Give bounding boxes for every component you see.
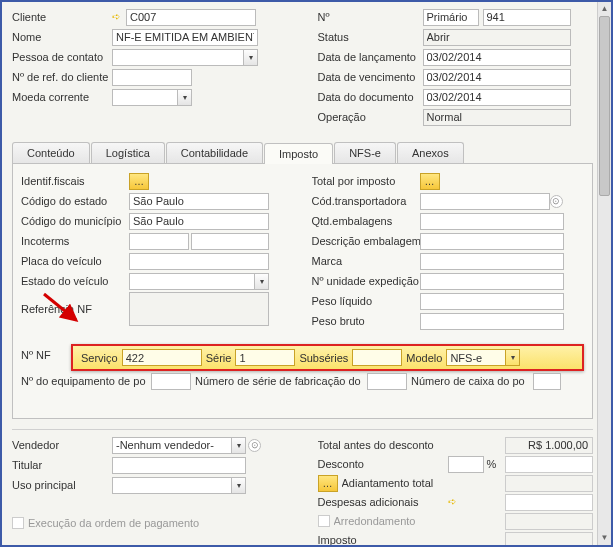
qtd-emb-input[interactable] [420, 213, 564, 230]
num-serie-label: Número de série de fabricação do [195, 373, 363, 390]
data-lanc-input[interactable] [423, 49, 571, 66]
peso-liq-input[interactable] [420, 293, 564, 310]
modelo-label: Modelo [406, 352, 442, 364]
imposto-panel: Identif.fiscais … Código do estado Códig… [12, 164, 593, 419]
marca-input[interactable] [420, 253, 564, 270]
idfiscais-label: Identif.fiscais [21, 175, 129, 187]
status-input [423, 29, 571, 46]
vendedor-input[interactable] [112, 437, 232, 454]
peso-bruto-label: Peso bruto [312, 315, 420, 327]
scroll-down-icon[interactable]: ▼ [598, 531, 611, 545]
nf-highlight-row: Serviço Série Subséries Modelo ▾ [71, 344, 584, 371]
cod-trans-input[interactable] [420, 193, 550, 210]
chevron-down-icon[interactable]: ▾ [255, 273, 269, 290]
adiant-label: Adiantamento total [342, 477, 464, 489]
adiant-button[interactable]: … [318, 475, 338, 492]
num-serie-input[interactable] [367, 373, 407, 390]
data-venc-label: Data de vencimento [318, 71, 423, 83]
link-arrow-icon[interactable]: ➪ [112, 11, 126, 23]
peso-bruto-input[interactable] [420, 313, 564, 330]
desconto-pct-input[interactable] [448, 456, 484, 473]
tab-anexos[interactable]: Anexos [397, 142, 464, 163]
servico-input[interactable] [122, 349, 202, 366]
data-venc-input[interactable] [423, 69, 571, 86]
arred-checkbox[interactable] [318, 515, 330, 527]
cod-trans-label: Cód.transportadora [312, 195, 420, 207]
pessoa-input[interactable] [112, 49, 244, 66]
incoterms-input2[interactable] [191, 233, 269, 250]
titular-input[interactable] [112, 457, 246, 474]
tab-conteudo[interactable]: Conteúdo [12, 142, 90, 163]
chevron-down-icon[interactable]: ▾ [232, 437, 246, 454]
nome-label: Nome [12, 31, 112, 43]
pessoa-label: Pessoa de contato [12, 51, 112, 63]
lookup-icon[interactable]: ⊙ [248, 439, 261, 452]
moeda-input[interactable] [112, 89, 178, 106]
noref-input[interactable] [112, 69, 192, 86]
total-imp-label: Total por imposto [312, 175, 420, 187]
desc-emb-input[interactable] [420, 233, 564, 250]
imposto-total-value [505, 532, 593, 548]
cod-estado-label: Código do estado [21, 195, 129, 207]
total-imp-button[interactable]: … [420, 173, 440, 190]
moeda-label: Moeda corrente [12, 91, 112, 103]
marca-label: Marca [312, 255, 420, 267]
link-arrow-icon[interactable]: ➪ [448, 496, 462, 508]
chevron-down-icon[interactable]: ▾ [506, 349, 520, 366]
vertical-scrollbar[interactable]: ▲ ▼ [597, 2, 611, 545]
cod-mun-input[interactable] [129, 213, 269, 230]
serie-input[interactable] [235, 349, 295, 366]
peso-liq-label: Peso líquido [312, 295, 420, 307]
nonf-label: Nº NF [21, 349, 71, 361]
unidade-input[interactable] [420, 273, 564, 290]
chevron-down-icon[interactable]: ▾ [232, 477, 246, 494]
equip-row: Nº do equipamento de po Número de série … [21, 373, 584, 390]
placa-label: Placa do veículo [21, 255, 129, 267]
tab-imposto[interactable]: Imposto [264, 143, 333, 164]
modelo-input[interactable] [446, 349, 506, 366]
desc-emb-label: Descrição embalagem [312, 235, 420, 247]
tab-nfse[interactable]: NFS-e [334, 142, 396, 163]
no-equip-label: Nº do equipamento de po [21, 373, 147, 390]
subseries-input[interactable] [352, 349, 402, 366]
footer-section: Vendedor ▾ ⊙ Titular Uso principal ▾ Exe… [12, 436, 593, 547]
incoterms-input[interactable] [129, 233, 189, 250]
no-value-input[interactable] [483, 9, 571, 26]
no-type-input[interactable] [423, 9, 479, 26]
estado-veic-label: Estado do veículo [21, 275, 129, 287]
desconto-value[interactable] [505, 456, 593, 473]
arred-value [505, 513, 593, 530]
scroll-up-icon[interactable]: ▲ [598, 2, 611, 16]
data-doc-input[interactable] [423, 89, 571, 106]
tab-contabilidade[interactable]: Contabilidade [166, 142, 263, 163]
lookup-icon[interactable]: ⊙ [550, 195, 563, 208]
idfiscais-button[interactable]: … [129, 173, 149, 190]
uso-label: Uso principal [12, 479, 112, 491]
nome-input[interactable] [112, 29, 258, 46]
unidade-label: Nº unidade expedição [312, 275, 420, 287]
data-lanc-label: Data de lançamento [318, 51, 423, 63]
incoterms-label: Incoterms [21, 235, 129, 247]
cod-estado-input[interactable] [129, 193, 269, 210]
cod-mun-label: Código do município [21, 215, 129, 227]
chevron-down-icon[interactable]: ▾ [244, 49, 258, 66]
placa-input[interactable] [129, 253, 269, 270]
no-equip-input[interactable] [151, 373, 191, 390]
desconto-label: Desconto [318, 458, 448, 470]
desp-value[interactable] [505, 494, 593, 511]
cliente-label: Cliente [12, 11, 112, 23]
chevron-down-icon[interactable]: ▾ [178, 89, 192, 106]
serie-label: Série [206, 352, 232, 364]
ref-nf-label: Referência NF [21, 303, 129, 315]
ref-nf-box [129, 292, 269, 326]
uso-input[interactable] [112, 477, 232, 494]
tab-bar: Conteúdo Logística Contabilidade Imposto… [12, 142, 593, 164]
cliente-input[interactable] [126, 9, 256, 26]
exec-checkbox[interactable] [12, 517, 24, 529]
num-caixa-input[interactable] [533, 373, 561, 390]
scroll-thumb[interactable] [599, 16, 610, 196]
estado-veic-input[interactable] [129, 273, 255, 290]
divider [12, 429, 593, 430]
tab-logistica[interactable]: Logística [91, 142, 165, 163]
arred-label: Arredondamento [334, 515, 452, 527]
